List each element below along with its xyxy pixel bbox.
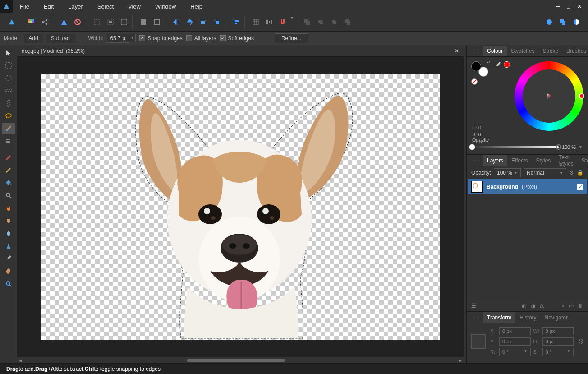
tab-styles[interactable]: Styles: [532, 155, 555, 166]
paint-brush-tool[interactable]: [2, 152, 15, 163]
move-tool[interactable]: [2, 47, 15, 59]
new-layer-icon[interactable]: ▫: [562, 303, 564, 309]
menu-file[interactable]: File: [13, 1, 37, 12]
hue-handle[interactable]: [579, 93, 584, 99]
mode-add-button[interactable]: Add: [24, 34, 42, 43]
rotate-ccw-icon[interactable]: [197, 16, 210, 28]
color-triangle[interactable]: [546, 92, 553, 100]
transform-s-input[interactable]: 0 °▼: [542, 348, 574, 356]
layer-row[interactable]: Background (Pixel) ✓: [468, 179, 587, 194]
close-button[interactable]: ✕: [577, 3, 582, 9]
selection-brush-tool[interactable]: [2, 123, 15, 134]
menu-edit[interactable]: Edit: [37, 1, 61, 12]
swatch-grid-icon[interactable]: [25, 16, 37, 28]
fg-bg-swatches[interactable]: ⤾: [471, 61, 488, 77]
bucket-tool[interactable]: [2, 177, 15, 189]
lock-icon[interactable]: 🔒: [577, 170, 583, 176]
panel-grip-icon[interactable]: ⋮⋮: [470, 315, 483, 320]
rotate-cw-icon[interactable]: [211, 16, 223, 28]
gear-icon[interactable]: ⚙: [569, 170, 574, 176]
transform-y-input[interactable]: 0 px: [499, 337, 531, 346]
panel-grip-icon[interactable]: ⋮⋮: [470, 158, 483, 163]
zoom-tool[interactable]: [2, 189, 15, 201]
snap-magnet-icon[interactable]: [276, 16, 289, 28]
grid-icon[interactable]: [249, 16, 262, 28]
transform-r-input[interactable]: 0 °▼: [499, 348, 531, 356]
menu-select[interactable]: Select: [90, 1, 121, 12]
cancel-overlay-icon[interactable]: [71, 16, 84, 28]
all-layers-checkbox[interactable]: All layers: [186, 35, 216, 42]
view-tool[interactable]: [2, 278, 15, 290]
transform-h-input[interactable]: 0 px: [542, 337, 574, 346]
minimize-button[interactable]: ─: [556, 3, 560, 9]
transform-box-icon[interactable]: [118, 16, 130, 28]
tab-layers[interactable]: Layers: [483, 155, 507, 166]
menu-window[interactable]: Window: [148, 1, 183, 12]
refine-button[interactable]: Refine...: [275, 33, 308, 43]
fill-tool[interactable]: [2, 164, 15, 176]
link-dimensions-icon[interactable]: ⛓: [578, 338, 583, 345]
add-layer-icon[interactable]: [543, 16, 556, 28]
menu-help[interactable]: Help: [183, 1, 210, 12]
swap-colors-icon[interactable]: ⤾: [487, 60, 490, 65]
row-marquee-tool[interactable]: [2, 85, 15, 97]
tab-brushes[interactable]: Brushes: [562, 46, 588, 56]
duplicate-layer-icon[interactable]: [556, 16, 569, 28]
sampled-color-dot[interactable]: [504, 61, 510, 68]
delete-layer-icon[interactable]: 🗑: [578, 303, 583, 309]
flood-select-tool[interactable]: [2, 135, 15, 147]
tab-history[interactable]: History: [515, 312, 540, 323]
mask-icon[interactable]: ◐: [522, 303, 526, 309]
ellipse-marquee-tool[interactable]: [2, 72, 15, 84]
tab-effects[interactable]: Effects: [507, 155, 532, 166]
snap-to-edges-checkbox[interactable]: ✓Snap to edges: [139, 35, 182, 42]
persona-photo-button[interactable]: [5, 16, 18, 28]
none-color-icon[interactable]: [471, 78, 478, 85]
document-tab[interactable]: dog.jpg [Modified] (35.2%) ✕: [17, 46, 464, 56]
tab-stock[interactable]: Stock: [578, 155, 588, 166]
tab-navigator[interactable]: Navigator: [541, 312, 572, 323]
canvas-viewport[interactable]: [17, 57, 464, 357]
pan-tool[interactable]: [2, 265, 15, 277]
scroll-thumb[interactable]: [187, 359, 285, 362]
square-icon[interactable]: [137, 16, 150, 28]
document-canvas[interactable]: [41, 74, 440, 340]
scroll-left-arrow[interactable]: ◂: [19, 357, 22, 364]
blur-tool[interactable]: [2, 227, 15, 239]
tab-colour[interactable]: Colour: [483, 46, 507, 56]
color-picker-tool[interactable]: [2, 253, 15, 264]
distribute-icon[interactable]: [263, 16, 276, 28]
smudge-tool[interactable]: [2, 215, 15, 226]
opacity-dropdown-icon[interactable]: ▼: [579, 145, 583, 149]
transform-x-input[interactable]: 0 px: [499, 327, 531, 335]
layers-stack-icon[interactable]: ☰: [471, 303, 476, 309]
blend-mode-select[interactable]: Normal▼: [524, 168, 566, 177]
menu-layer[interactable]: Layer: [61, 1, 90, 12]
horizontal-scrollbar[interactable]: ◂ ▸: [17, 357, 464, 363]
transform-w-input[interactable]: 0 px: [542, 327, 574, 335]
color-wheel[interactable]: [514, 61, 583, 131]
mode-subtract-button[interactable]: Subtract: [46, 34, 76, 43]
marquee-grid-icon[interactable]: [91, 16, 103, 28]
panel-grip-icon[interactable]: ⋮⋮: [470, 48, 483, 53]
flip-horizontal-icon[interactable]: [170, 16, 183, 28]
square-outline-icon[interactable]: [151, 16, 163, 28]
burn-tool[interactable]: [2, 202, 15, 214]
opacity-slider[interactable]: [472, 146, 559, 148]
tab-stroke[interactable]: Stroke: [538, 46, 562, 56]
marquee-solid-icon[interactable]: [104, 16, 117, 28]
maximize-button[interactable]: ◻: [566, 3, 571, 9]
rectangle-marquee-tool[interactable]: [2, 60, 15, 71]
menu-view[interactable]: View: [121, 1, 148, 12]
share-icon[interactable]: [38, 16, 51, 28]
auto-select-icon[interactable]: [58, 16, 70, 28]
close-tab-icon[interactable]: ✕: [455, 48, 459, 54]
layer-thumbnail[interactable]: [471, 181, 483, 193]
scroll-right-arrow[interactable]: ▸: [459, 357, 462, 364]
align-left-icon[interactable]: [230, 16, 243, 28]
adjustment-icon[interactable]: ◑: [531, 303, 535, 309]
soft-edges-checkbox[interactable]: ✓Soft edges: [220, 35, 254, 42]
column-marquee-tool[interactable]: [2, 97, 15, 109]
group-icon[interactable]: ▭: [569, 303, 574, 309]
lasso-tool[interactable]: [2, 110, 15, 122]
